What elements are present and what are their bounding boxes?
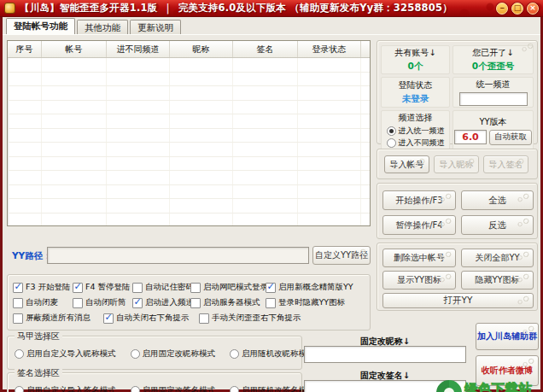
table-cell xyxy=(170,143,233,156)
table-row[interactable] xyxy=(8,214,370,226)
checkbox-remember-password[interactable]: ✓自动记住密码 xyxy=(132,282,194,293)
radio-fixed-signature-mode[interactable]: 启用固定改签名模式 xyxy=(131,385,216,392)
table-cell xyxy=(8,214,42,226)
custom-yy-path-button[interactable]: 自定义YY路径 xyxy=(312,246,371,265)
join-qq-group-button[interactable]: 加入川岛辅助群 xyxy=(476,323,539,350)
table-cell xyxy=(8,86,42,100)
hide-yy-icon-button[interactable]: 隐藏YY图标 xyxy=(461,271,534,290)
close-icon[interactable]: × xyxy=(527,3,539,15)
tab-other-functions[interactable]: 其他功能 xyxy=(77,20,128,34)
table-row[interactable] xyxy=(8,58,370,73)
table-cell xyxy=(42,199,107,213)
unified-channel-label: 统一频道 xyxy=(476,79,511,91)
th-login-status[interactable]: 登录状态 xyxy=(298,41,361,57)
table-cell xyxy=(8,157,42,171)
th-different-channel[interactable]: 进不同频道 xyxy=(107,41,170,57)
table-row[interactable] xyxy=(8,199,370,214)
yy-path-input[interactable] xyxy=(47,247,309,264)
checkbox-f4-pause-login[interactable]: ✓F4 暂停登陆 xyxy=(73,282,131,293)
checkbox-netbar-mode-login[interactable]: ✓启动网吧模式登录 xyxy=(190,282,268,293)
table-cell xyxy=(361,114,370,128)
table-row[interactable] xyxy=(8,101,370,115)
auto-fetch-button[interactable]: 自动获取 xyxy=(489,130,532,145)
login-status-label: 登陆状态 xyxy=(399,79,433,91)
table-row[interactable] xyxy=(8,143,370,157)
maximize-icon[interactable]: □ xyxy=(511,3,523,15)
th-account[interactable]: 帐号 xyxy=(42,41,107,57)
checkbox-label: 自动记住密码 xyxy=(145,282,194,293)
fixed-nickname-input[interactable] xyxy=(304,346,466,363)
checkbox-auto-mute-mic[interactable]: ✓自动闭麦 xyxy=(13,297,58,308)
checkbox-label: 屏蔽频道所有消息 xyxy=(26,313,90,324)
radio-fixed-nickname-mode[interactable]: 启用固定改昵称模式 xyxy=(131,348,216,360)
signature-mode-group-title: 签名选择区 xyxy=(15,367,62,379)
table-cell xyxy=(298,199,361,213)
radio-custom-import-signature-mode[interactable]: 启用自定义导入签名模式 xyxy=(15,385,116,392)
import-nicknames-button[interactable]: 导入昵称 xyxy=(434,155,479,173)
th-nickname[interactable]: 昵称 xyxy=(170,41,233,57)
start-operation-button[interactable]: 开始操作/F3 xyxy=(382,190,456,210)
table-row[interactable] xyxy=(8,171,370,185)
follow-author-weibo-button[interactable]: 收听作者微博 xyxy=(476,355,539,386)
table-row[interactable] xyxy=(8,86,370,101)
invert-selection-button[interactable]: 反选 xyxy=(461,215,534,235)
table-cell xyxy=(107,157,170,171)
checkbox-f3-start-login[interactable]: ✓F3 开始登陆 xyxy=(13,282,71,293)
table-cell xyxy=(42,157,107,171)
total-accounts-label: 共有账号↓ xyxy=(394,47,435,59)
close-all-yy-button[interactable]: 关闭全部YY xyxy=(461,249,534,267)
radio-enter-unified-channel[interactable]: 进入统一频道 xyxy=(387,126,445,137)
tab-update-notes[interactable]: 更新说明 xyxy=(130,20,181,34)
radio-enter-different-channel[interactable]: 进入不同频道 xyxy=(387,137,445,149)
minimize-icon[interactable]: － xyxy=(496,3,508,15)
import-group: 导入帐号 导入昵称 导入签名 xyxy=(377,149,538,179)
delete-selected-button[interactable]: 删除选中帐号 xyxy=(382,249,456,267)
radio-random-nickname-mode[interactable]: 启用随机改昵称模式 xyxy=(230,348,315,360)
checkbox-hide-yy-icon-on-login[interactable]: ✓登录时隐藏YY图标 xyxy=(266,297,345,308)
checkbox-auto-close-tray-tip[interactable]: ✓自动关闭右下角提示 xyxy=(103,313,190,324)
table-row[interactable] xyxy=(8,114,370,129)
checkbox-new-concept-yy[interactable]: ✓启用新概念精简版YY xyxy=(266,282,353,293)
import-accounts-button[interactable]: 导入帐号 xyxy=(384,155,429,173)
checkbox-box: ✓ xyxy=(266,283,276,293)
account-table[interactable]: 序号 帐号 进不同频道 昵称 签名 登录状态 xyxy=(7,40,371,226)
checkbox-auto-mute-speaker[interactable]: ✓自动闭听筒 xyxy=(73,297,126,308)
table-row[interactable] xyxy=(8,157,370,172)
table-cell xyxy=(42,114,107,128)
yy-path-label: YY路径： xyxy=(12,250,52,262)
open-yy-button[interactable]: 打开YY xyxy=(382,293,534,308)
checkbox-box: ✓ xyxy=(132,283,143,293)
radio-random-signature-mode[interactable]: 启用随机改签名模式 xyxy=(230,385,315,392)
checkbox-server-mode[interactable]: ✓启动服务器模式 xyxy=(190,297,260,308)
select-all-button[interactable]: 全选 xyxy=(461,190,534,210)
title-bar: 【川岛】智能歪歪多开器1.1版 | 完美支持6.0及以下版本 （辅助更新发布Yy… xyxy=(0,0,543,17)
yy-version-input[interactable]: 6.0 xyxy=(454,130,487,144)
table-row[interactable] xyxy=(8,129,370,143)
th-signature[interactable]: 签名 xyxy=(233,41,298,57)
checkbox-block-channel-messages[interactable]: ✓屏蔽频道所有消息 xyxy=(13,313,90,324)
table-cell xyxy=(8,171,42,184)
pause-operation-button[interactable]: 暂停操作/F4 xyxy=(382,215,456,235)
checkbox-label: F4 暂停登陆 xyxy=(85,282,131,293)
window-subtitle: 完美支持6.0及以下版本 （辅助更新发布Yy群：3258805） xyxy=(178,2,452,15)
checkbox-auto-enter-channel[interactable]: ✓启动进入频道 xyxy=(132,297,194,308)
th-index[interactable]: 序号 xyxy=(8,41,42,57)
checkbox-manual-close-tray-tip[interactable]: ✓手动关闭歪歪右下角提示 xyxy=(199,313,301,324)
checkbox-box: ✓ xyxy=(199,313,209,324)
table-cell xyxy=(298,214,361,226)
tab-login-accounts[interactable]: 登陆帐号功能 xyxy=(6,18,75,34)
title-separator: | xyxy=(166,3,169,15)
show-yy-icon-button[interactable]: 显示YY图标 xyxy=(382,271,456,290)
nickname-mode-group-title: 马甲选择区 xyxy=(15,331,62,342)
table-cell xyxy=(298,129,361,143)
table-cell xyxy=(298,58,361,72)
radio-circle xyxy=(131,386,140,392)
table-row[interactable] xyxy=(8,185,370,200)
table-row[interactable] xyxy=(8,73,370,87)
import-signatures-button[interactable]: 导入签名 xyxy=(483,155,528,173)
table-cell xyxy=(298,114,361,128)
radio-custom-import-nickname-mode[interactable]: 启用自定义导入昵称模式 xyxy=(15,348,116,360)
table-cell xyxy=(233,143,298,156)
unified-channel-input[interactable] xyxy=(459,92,528,106)
fixed-signature-input[interactable] xyxy=(304,380,466,392)
